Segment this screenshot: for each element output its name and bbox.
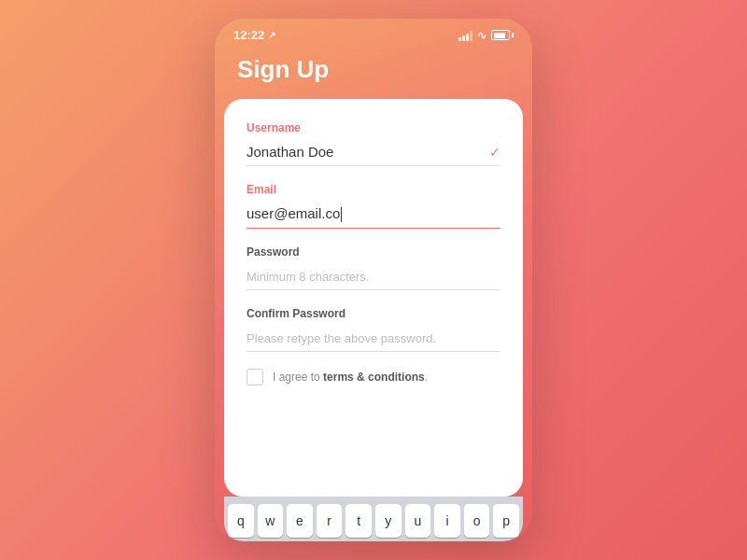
battery-icon: [491, 30, 514, 40]
key-r[interactable]: r: [317, 504, 343, 538]
password-input[interactable]: [247, 262, 500, 290]
phone-frame: 12:22 ↗ ∿ Sign Up Username: [215, 19, 532, 541]
email-input-wrapper[interactable]: user@email.co: [247, 200, 500, 229]
key-t[interactable]: t: [345, 504, 372, 538]
confirm-password-input-wrapper[interactable]: [247, 324, 500, 352]
key-q[interactable]: q: [228, 504, 254, 538]
email-field-group: Email user@email.co: [247, 183, 500, 229]
text-cursor: [341, 207, 342, 222]
password-input-wrapper[interactable]: [247, 262, 500, 290]
username-input-wrapper[interactable]: Jonathan Doe ✓: [247, 138, 500, 166]
username-valid-icon: ✓: [489, 145, 500, 160]
key-u[interactable]: u: [405, 504, 431, 538]
username-field-group: Username Jonathan Doe ✓: [247, 121, 500, 166]
terms-row[interactable]: I agree to terms & conditions.: [247, 369, 500, 385]
username-display[interactable]: Jonathan Doe: [247, 138, 500, 166]
key-o[interactable]: o: [464, 504, 490, 538]
key-w[interactable]: w: [258, 504, 284, 538]
form-card: Username Jonathan Doe ✓ Email user@email…: [224, 99, 523, 497]
email-label: Email: [247, 183, 500, 196]
keyboard-row: qwertyuiop: [224, 497, 523, 541]
email-value: user@email.co: [247, 205, 340, 221]
terms-link[interactable]: terms & conditions: [323, 371, 425, 384]
key-i[interactable]: i: [434, 504, 460, 538]
status-bar: 12:22 ↗ ∿: [215, 19, 532, 48]
key-e[interactable]: e: [287, 504, 313, 538]
terms-checkbox[interactable]: [247, 369, 263, 385]
password-label: Password: [247, 245, 500, 259]
email-display[interactable]: user@email.co: [247, 200, 500, 229]
key-y[interactable]: y: [375, 504, 402, 538]
confirm-password-label: Confirm Password: [247, 307, 500, 320]
key-p[interactable]: p: [493, 504, 519, 538]
page-title: Sign Up: [215, 48, 532, 99]
password-field-group: Password: [247, 245, 500, 290]
wifi-icon: ∿: [477, 29, 486, 42]
location-icon: ↗: [268, 30, 275, 40]
time-display: 12:22: [233, 28, 264, 42]
status-icons: ∿: [458, 29, 514, 42]
confirm-password-input[interactable]: [247, 324, 500, 352]
signal-icon: [458, 30, 472, 41]
username-label: Username: [247, 121, 500, 134]
status-time: 12:22 ↗: [233, 28, 275, 42]
terms-text: I agree to terms & conditions.: [273, 371, 428, 384]
confirm-password-field-group: Confirm Password: [247, 307, 500, 352]
